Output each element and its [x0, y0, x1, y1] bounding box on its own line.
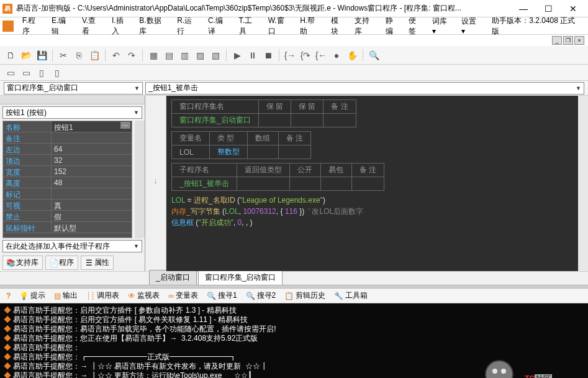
console-line: ◆ 易语言助手提醒您：→ ┃☆☆ 易语言助手有新文件发布，请及时更新 ☆☆┃ — [4, 362, 584, 371]
align3-icon[interactable]: ▯ — [35, 66, 48, 80]
class-selector[interactable]: 窗口程序集_启动窗口 ▼ — [4, 82, 143, 94]
mdi-restore[interactable]: ❐ — [563, 36, 573, 45]
new-button[interactable]: 🗋 — [4, 48, 17, 62]
stop-button[interactable]: ⏹ — [261, 48, 275, 62]
ellipsis-button[interactable]: ··· — [120, 122, 130, 129]
align4-icon[interactable]: ▯ — [50, 66, 64, 80]
tab-search2[interactable]: 🔍搜寻2 — [242, 289, 280, 302]
tab-search1[interactable]: 🔍搜寻1 — [203, 289, 241, 302]
step-out-button[interactable]: {← — [314, 48, 328, 62]
cut-button[interactable]: ✂ — [57, 48, 70, 62]
tab-toolbox[interactable]: 🔧工具箱 — [330, 289, 371, 302]
prop-value[interactable]: 48 — [52, 177, 132, 188]
menu-supportlib[interactable]: 支持库 — [351, 14, 381, 39]
mdi-minimize[interactable]: _ — [552, 36, 562, 45]
editor-tab[interactable]: _启动窗口 — [149, 270, 197, 285]
menu-window[interactable]: W.窗口 — [265, 14, 296, 39]
event-placeholder: 在此处选择加入事件处理子程序 — [6, 241, 110, 252]
redo-button[interactable]: ↷ — [125, 48, 138, 62]
menu-compile[interactable]: C.编译 — [204, 14, 234, 39]
menu-database[interactable]: B.数据库 — [135, 14, 172, 39]
tab-program[interactable]: 📄程序 — [45, 256, 78, 270]
object-selector[interactable]: 按钮1 (按钮) ▼ — [2, 106, 142, 119]
editor-tab-active[interactable]: 窗口程序集_启动窗口 — [198, 270, 283, 285]
secondary-toolbar: ▭ ▭ ▯ ▯ — [0, 65, 588, 81]
variable-table: 变量名类 型数组备 注 LOL整数型 — [171, 131, 311, 159]
scrollbar[interactable] — [578, 96, 588, 271]
file-icon: 📄 — [50, 259, 57, 267]
method-selector[interactable]: _按钮1_被单击 ▼ — [145, 82, 584, 94]
tab-calltable[interactable]: ┊┊调用表 — [83, 289, 123, 302]
menu-edit[interactable]: E.编辑 — [48, 14, 77, 39]
tab-vars[interactable]: ∞变量表 — [165, 289, 202, 302]
breakpoint-button[interactable]: ● — [330, 48, 343, 62]
step-in-button[interactable]: {→ — [283, 48, 297, 62]
align2-icon[interactable]: ▭ — [19, 66, 33, 80]
menu-dict[interactable]: 词库 ▾ — [428, 14, 456, 37]
find-button[interactable]: 🔍 — [367, 48, 381, 62]
menu-file[interactable]: F.程序 — [19, 14, 47, 39]
editor-tab-bar: _启动窗口 窗口程序集_启动窗口 — [0, 271, 588, 285]
tab-support-lib[interactable]: 📚支持库 — [2, 256, 43, 270]
open-button[interactable]: 📂 — [19, 48, 33, 62]
prop-name: 可视 — [3, 200, 52, 210]
tb5[interactable]: ▧ — [209, 48, 222, 62]
menu-run[interactable]: R.运行 — [173, 14, 203, 39]
tb1[interactable]: ▦ — [147, 48, 160, 62]
menu-module[interactable]: 模块 — [327, 14, 350, 39]
prop-value[interactable]: 32 — [52, 155, 132, 165]
paste-button[interactable]: 📋 — [88, 48, 101, 62]
menu-view[interactable]: V.查看 — [78, 14, 107, 39]
tb3[interactable]: ▥ — [178, 48, 191, 62]
prop-name: 禁止 — [3, 211, 52, 221]
method-selector-text: _按钮1_被单击 — [148, 83, 198, 93]
output-console[interactable]: ◆ 易语言助手提醒您：启用交官方插件 [ 参数自动补齐 1.3 ] - 精易科技… — [0, 303, 588, 378]
prop-name: 名称 — [3, 121, 52, 132]
code-line: LOL = 进程_名取ID ("League of Legends.exe") — [171, 195, 573, 206]
pause-button[interactable]: ⏸ — [246, 48, 260, 62]
prop-value[interactable]: 按钮1··· — [52, 121, 132, 132]
code-line: 内存_写字节集 (LOL, 10076312, { 116 }) ' 改LOL后… — [171, 206, 573, 217]
prop-value[interactable] — [52, 188, 132, 199]
menu-static[interactable]: 静编 — [382, 14, 404, 39]
prop-value[interactable]: 64 — [52, 144, 132, 154]
menu-tools[interactable]: T.工具 — [235, 14, 263, 39]
tab-watch[interactable]: 👁监视表 — [124, 289, 163, 302]
align-left-icon[interactable]: ▭ — [4, 66, 17, 80]
run-button[interactable]: ▶ — [230, 48, 244, 62]
undo-button[interactable]: ↶ — [109, 48, 123, 62]
tb2[interactable]: ▤ — [162, 48, 176, 62]
tb4[interactable]: ▨ — [193, 48, 207, 62]
scrollbar[interactable] — [135, 121, 145, 238]
prop-value[interactable]: 假 — [52, 211, 132, 221]
code-editor-panel: ↓ 窗口程序集名保 留保 留备 注 窗口程序集_启动窗口 变量名类 型数组备 注… — [145, 96, 588, 271]
copy-button[interactable]: ⎘ — [72, 48, 86, 62]
menu-help[interactable]: H.帮助 — [296, 14, 326, 39]
menu-settings[interactable]: 设置 ▾ — [458, 14, 486, 37]
chevron-down-icon: ▼ — [133, 243, 139, 249]
main-toolbar: 🗋 📂 💾 ✂ ⎘ 📋 ↶ ↷ ▦ ▤ ▥ ▨ ▧ ▶ ⏸ ⏹ {→ {↷ {←… — [0, 46, 588, 65]
help-icon[interactable]: ? — [2, 290, 14, 302]
logo-icon — [2, 21, 14, 32]
tab-hint[interactable]: 💡提示 — [16, 289, 49, 302]
mdi-close[interactable]: × — [574, 36, 584, 45]
prop-value[interactable]: 152 — [52, 166, 132, 177]
step-over-button[interactable]: {↷ — [299, 48, 312, 62]
prop-value[interactable] — [52, 132, 132, 143]
tab-properties[interactable]: ☰属性 — [81, 256, 114, 270]
left-panel-tabs: 📚支持库 📄程序 ☰属性 — [0, 254, 145, 271]
tab-output[interactable]: ▤输出 — [50, 289, 81, 302]
hand-icon[interactable]: ✋ — [345, 48, 359, 62]
save-button[interactable]: 💾 — [35, 48, 48, 62]
prop-value[interactable]: 默认型 — [52, 222, 132, 233]
code-editor[interactable]: 窗口程序集名保 留保 留备 注 窗口程序集_启动窗口 变量名类 型数组备 注 L… — [166, 96, 578, 271]
menu-note[interactable]: 便签 — [405, 14, 427, 39]
window-title: 易语言-加密狗版 - C:\Users\Administrator\AppDat… — [16, 3, 511, 14]
menu-insert[interactable]: I.插入 — [108, 14, 134, 39]
event-selector[interactable]: 在此处选择加入事件处理子程序 ▼ — [2, 240, 142, 252]
class-selector-text: 窗口程序集_启动窗口 — [7, 83, 78, 93]
property-grid[interactable]: 名称按钮1··· 备注 左边64 顶边32 宽度152 高度48 标记 可视真 … — [2, 121, 132, 238]
prop-value[interactable]: 真 — [52, 200, 132, 210]
tab-clip[interactable]: 📋剪辑历史 — [281, 289, 329, 302]
prop-name: 鼠标指针 — [3, 222, 52, 233]
